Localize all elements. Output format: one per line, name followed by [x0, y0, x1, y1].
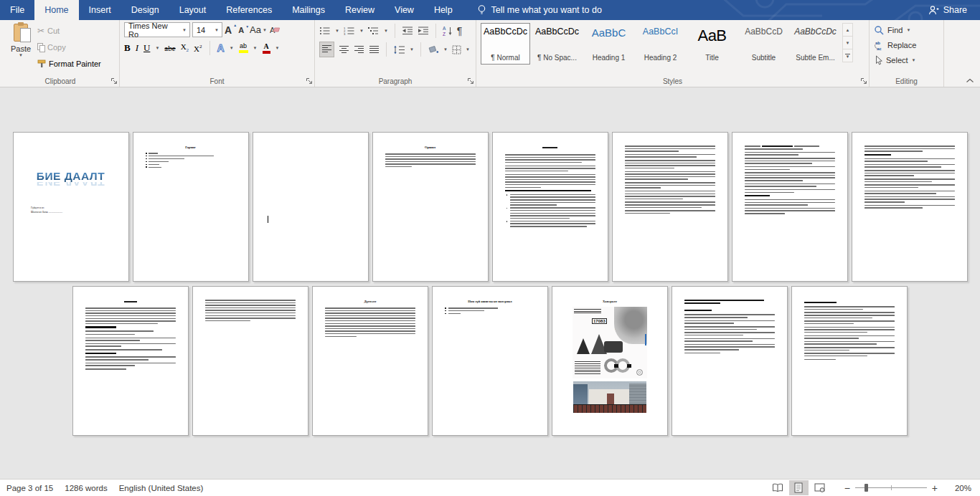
align-right-button[interactable]	[354, 45, 364, 54]
document-page-10[interactable]	[192, 286, 308, 436]
styles-scroll-up-button[interactable]: ▲	[842, 23, 853, 37]
underline-button[interactable]: U	[143, 42, 150, 54]
appendix-infographic-image[interactable]: 170833853	[573, 307, 647, 378]
tell-me-box[interactable]: Tell me what you want to do	[477, 0, 602, 20]
document-page-11[interactable]: Дүгнэлт	[312, 286, 428, 436]
paste-dropdown-caret[interactable]: ▼	[19, 53, 23, 57]
select-button[interactable]: Select ▼	[874, 52, 940, 67]
font-size-combo[interactable]: 14 ▼	[192, 22, 222, 37]
line-spacing-caret-icon[interactable]: ▼	[410, 47, 414, 52]
tab-view[interactable]: View	[385, 0, 424, 20]
zoom-slider[interactable]	[855, 487, 927, 488]
style-subtitle[interactable]: AaBbCcDSubtitle	[739, 23, 788, 65]
style-normal[interactable]: AaBbCcDc¶ Normal	[481, 23, 530, 65]
text-effects-caret-icon[interactable]: ▼	[230, 46, 234, 50]
paragraph-dialog-launcher-icon[interactable]	[467, 77, 474, 85]
bold-button[interactable]: B	[124, 42, 131, 54]
style-subtle-em[interactable]: AaBbCcDcSubtle Em...	[791, 23, 840, 65]
decrease-indent-button[interactable]	[402, 27, 413, 35]
tab-home[interactable]: Home	[34, 0, 78, 20]
show-paragraph-marks-button[interactable]: ¶	[457, 25, 463, 37]
style-heading-2[interactable]: AaBbCcIHeading 2	[636, 23, 685, 65]
format-painter-button[interactable]: Format Painter	[37, 55, 101, 72]
zoom-out-button[interactable]: −	[839, 482, 855, 494]
zoom-level[interactable]: 20%	[943, 484, 971, 492]
style-title[interactable]: AaBTitle	[687, 23, 737, 65]
multilevel-list-button[interactable]	[368, 27, 380, 35]
collapse-ribbon-button[interactable]	[966, 78, 974, 83]
document-page-8[interactable]	[852, 132, 968, 282]
styles-dialog-launcher-icon[interactable]	[860, 77, 867, 85]
tab-references[interactable]: References	[216, 0, 282, 20]
copy-button[interactable]: Copy	[37, 39, 101, 55]
grow-font-button[interactable]: A▲	[222, 24, 236, 36]
tab-insert[interactable]: Insert	[79, 0, 121, 20]
document-canvas[interactable]: БИЕ ДААЛТБИЕ ДААЛТГүйцэтгэсэн:Шалгасан: …	[0, 87, 980, 479]
document-page-7[interactable]	[732, 132, 848, 282]
cut-button[interactable]: ✂ Cut	[37, 22, 101, 39]
style-heading-1[interactable]: AaBbCHeading 1	[584, 23, 633, 65]
document-page-5[interactable]	[492, 132, 608, 282]
zoom-in-button[interactable]: +	[927, 482, 943, 494]
italic-button[interactable]: I	[136, 42, 138, 54]
shrink-font-button[interactable]: A▼	[236, 26, 248, 34]
web-layout-button[interactable]	[810, 480, 829, 495]
line-spacing-button[interactable]	[393, 45, 405, 54]
share-button[interactable]: Share	[928, 0, 980, 20]
read-mode-button[interactable]	[768, 480, 788, 495]
clear-formatting-button[interactable]: A	[268, 24, 283, 36]
style-no-spac[interactable]: AaBbCcDc¶ No Spac...	[532, 23, 582, 65]
document-page-15[interactable]	[791, 286, 908, 436]
change-case-button[interactable]: Aa▼	[248, 24, 268, 36]
page-indicator[interactable]: Page 3 of 15	[6, 484, 53, 492]
tab-mailings[interactable]: Mailings	[282, 0, 335, 20]
document-page-9[interactable]	[72, 286, 189, 436]
tab-file[interactable]: File	[0, 0, 34, 20]
increase-indent-button[interactable]	[418, 27, 429, 35]
highlight-caret-icon[interactable]: ▼	[253, 46, 258, 50]
find-button[interactable]: Find ▼	[874, 22, 940, 37]
bullets-button[interactable]	[319, 27, 331, 35]
document-page-2[interactable]: Гарчиг	[133, 132, 249, 282]
align-left-button[interactable]	[319, 42, 334, 57]
document-page-13[interactable]: Хавсралт170833853	[552, 286, 668, 436]
shading-caret-icon[interactable]: ▼	[443, 47, 448, 52]
sort-button[interactable]: AZ	[443, 26, 453, 36]
zoom-slider-thumb[interactable]	[864, 484, 868, 492]
superscript-button[interactable]: X2	[194, 44, 202, 53]
multilevel-caret-icon[interactable]: ▼	[384, 29, 388, 33]
font-name-combo[interactable]: Times New Ro ▼	[124, 22, 190, 37]
strikethrough-button[interactable]: abe	[164, 44, 175, 52]
subscript-button[interactable]: X2	[181, 42, 189, 53]
text-effects-button[interactable]: A	[217, 42, 225, 54]
font-color-caret-icon[interactable]: ▼	[275, 46, 280, 50]
tab-help[interactable]: Help	[424, 0, 463, 20]
borders-button[interactable]	[452, 45, 461, 54]
styles-scroll-down-button[interactable]: ▼	[842, 36, 853, 49]
document-page-6[interactable]	[612, 132, 728, 282]
appendix-building-photo[interactable]	[573, 381, 646, 413]
bullets-caret-icon[interactable]: ▼	[335, 29, 339, 33]
tab-review[interactable]: Review	[335, 0, 385, 20]
tab-layout[interactable]: Layout	[169, 0, 217, 20]
document-page-4[interactable]: Оршил	[372, 132, 489, 282]
word-count[interactable]: 1286 words	[65, 484, 107, 492]
underline-caret-icon[interactable]: ▼	[155, 46, 159, 50]
shading-button[interactable]	[428, 45, 439, 54]
styles-gallery-more-button[interactable]: ▼	[842, 49, 853, 62]
tab-design[interactable]: Design	[121, 0, 169, 20]
align-center-button[interactable]	[339, 45, 349, 54]
replace-button[interactable]: ab ac Replace	[874, 37, 940, 52]
document-page-12[interactable]: Ном зүй ашигласан материал	[432, 286, 548, 436]
document-page-14[interactable]	[672, 286, 788, 436]
font-dialog-launcher-icon[interactable]	[306, 77, 313, 85]
document-page-1[interactable]: БИЕ ДААЛТБИЕ ДААЛТГүйцэтгэсэн:Шалгасан: …	[13, 132, 129, 282]
print-layout-button[interactable]	[789, 480, 809, 495]
justify-button[interactable]	[369, 45, 380, 54]
paste-button[interactable]: Paste ▼	[6, 22, 36, 72]
numbering-caret-icon[interactable]: ▼	[359, 29, 364, 33]
language-indicator[interactable]: English (United States)	[119, 484, 204, 492]
highlight-color-button[interactable]: ab	[239, 43, 248, 53]
font-color-button[interactable]: A	[263, 43, 270, 54]
numbering-button[interactable]: 123	[344, 27, 355, 35]
